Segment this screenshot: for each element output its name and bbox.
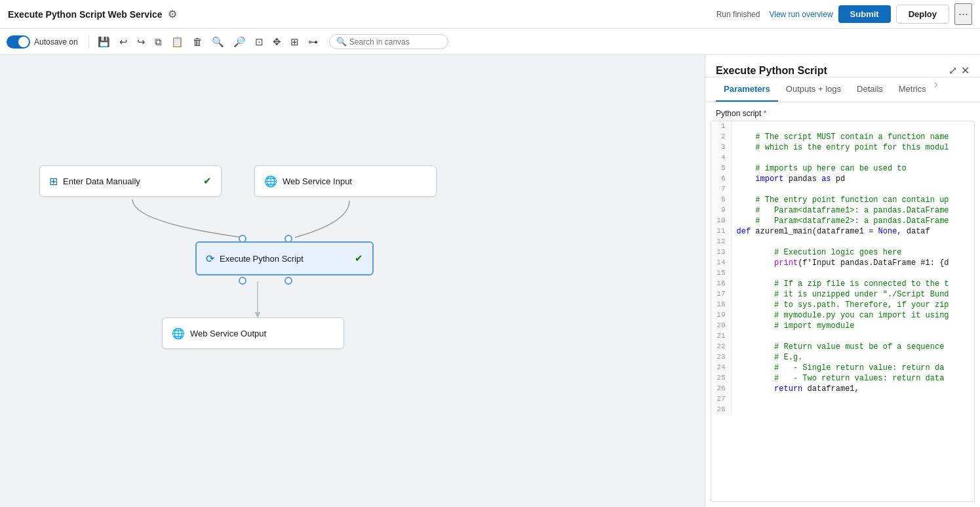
line-content: # Param<dataframe1>: a pandas.DataFrame [731,205,974,216]
zoom-out-icon[interactable]: 🔍 [208,33,227,51]
deploy-button[interactable]: Deploy [896,5,949,24]
line-content [731,331,974,342]
autosave-label: Autosave on [34,37,78,47]
line-number: 18 [711,300,731,310]
layout-icon[interactable]: ⊶ [305,33,321,51]
script-label: Python script * [705,102,980,121]
tab-outputs-logs[interactable]: Outputs + logs [778,77,849,102]
line-content: # Execution logic goes here [731,247,974,258]
line-number: 3 [711,142,731,153]
line-number: 28 [711,405,731,415]
panel-close-icon[interactable]: ✕ [961,64,970,77]
execute-python-icon: ⟳ [206,253,214,265]
copy-icon[interactable]: ⧉ [151,33,165,51]
autosave-toggle[interactable] [7,35,30,49]
line-content [731,184,974,195]
svg-point-2 [239,277,246,284]
line-number: 25 [711,373,731,384]
enter-data-label: Enter Data Manually [63,176,140,186]
toolbar-separator [88,35,89,49]
enter-data-check: ✔ [203,175,212,187]
search-input[interactable] [349,37,441,47]
search-icon: 🔍 [336,37,347,47]
line-number: 17 [711,289,731,300]
fit-icon[interactable]: ⊡ [252,33,267,51]
line-number: 8 [711,195,731,205]
line-content: # which is the entry point for this modu… [731,142,974,153]
line-content [731,237,974,247]
node-execute-python[interactable]: ⟳ Execute Python Script ✔ [195,241,374,275]
line-number: 14 [711,258,731,268]
line-number: 13 [711,247,731,258]
line-content: return dataframe1, [731,384,974,394]
line-content: # The entry point function can contain u… [731,195,974,205]
line-content: # it is unzipped under "./Script Bund [731,289,974,300]
settings-icon[interactable]: ⚙ [168,8,177,20]
line-number: 6 [711,174,731,184]
web-service-input-label: Web Service Input [283,176,352,186]
pan-icon[interactable]: ✥ [269,33,284,51]
view-run-link[interactable]: View run overview [769,10,833,19]
execute-python-check: ✔ [355,253,363,264]
line-content: # Return value must be of a sequence [731,342,974,352]
line-content: # mymodule.py you can import it using [731,310,974,321]
tab-details[interactable]: Details [849,77,891,102]
web-service-input-icon: 🌐 [264,175,277,188]
line-number: 4 [711,153,731,163]
grid-icon[interactable]: ⊞ [287,33,302,51]
line-content [731,153,974,163]
line-number: 19 [711,310,731,321]
web-service-output-icon: 🌐 [172,327,185,340]
line-number: 20 [711,321,731,331]
redo-icon[interactable]: ↪ [134,33,149,51]
line-number: 12 [711,237,731,247]
line-number: 1 [711,121,731,132]
enter-data-icon: ⊞ [49,175,58,188]
node-web-service-input[interactable]: 🌐 Web Service Input [254,165,437,197]
web-service-output-label: Web Service Output [190,329,266,338]
line-content: def azureml_main(dataframe1 = None, data… [731,226,974,237]
line-number: 2 [711,132,731,142]
submit-button[interactable]: Submit [838,5,891,23]
line-content: # E.g. [731,352,974,363]
line-content: # to sys.path. Therefore, if your zip [731,300,974,310]
line-number: 21 [711,331,731,342]
line-number: 24 [711,363,731,373]
panel-expand-icon[interactable]: ⤢ [949,64,957,77]
paste-icon[interactable]: 📋 [168,33,187,51]
delete-icon[interactable]: 🗑 [189,33,206,50]
line-number: 16 [711,279,731,289]
line-content: import pandas as pd [731,174,974,184]
line-content: print(f'Input pandas.DataFrame #1: {d [731,258,974,268]
node-web-service-output[interactable]: 🌐 Web Service Output [162,317,344,349]
line-content: # Param<dataframe2>: a pandas.DataFrame [731,216,974,226]
tabs-more-icon[interactable]: › [934,77,938,102]
line-number: 5 [711,163,731,174]
line-number: 10 [711,216,731,226]
line-content: # import mymodule [731,321,974,331]
run-status-text: Run finished [716,10,760,19]
tab-parameters[interactable]: Parameters [716,77,778,102]
line-number: 9 [711,205,731,216]
more-options-icon[interactable]: ··· [954,3,972,25]
line-content [731,394,974,405]
save-icon[interactable]: 💾 [94,33,113,51]
right-panel: Execute Python Script ⤢ ✕ Parameters Out… [705,55,980,507]
tab-metrics[interactable]: Metrics [891,77,934,102]
line-content: # imports up here can be used to [731,163,974,174]
required-asterisk: * [764,109,767,118]
svg-point-3 [285,277,292,284]
line-number: 23 [711,352,731,363]
line-number: 7 [711,184,731,195]
execute-python-label: Execute Python Script [220,254,304,264]
node-enter-data[interactable]: ⊞ Enter Data Manually ✔ [39,165,222,197]
line-content [731,268,974,279]
line-content: # - Single return value: return da [731,363,974,373]
line-content: # - Two return values: return data [731,373,974,384]
line-number: 15 [711,268,731,279]
undo-icon[interactable]: ↩ [116,33,131,51]
line-content [731,121,974,132]
zoom-in-icon[interactable]: 🔎 [230,33,249,51]
line-number: 22 [711,342,731,352]
code-editor[interactable]: 1 2 # The script MUST contain a function… [711,121,975,502]
